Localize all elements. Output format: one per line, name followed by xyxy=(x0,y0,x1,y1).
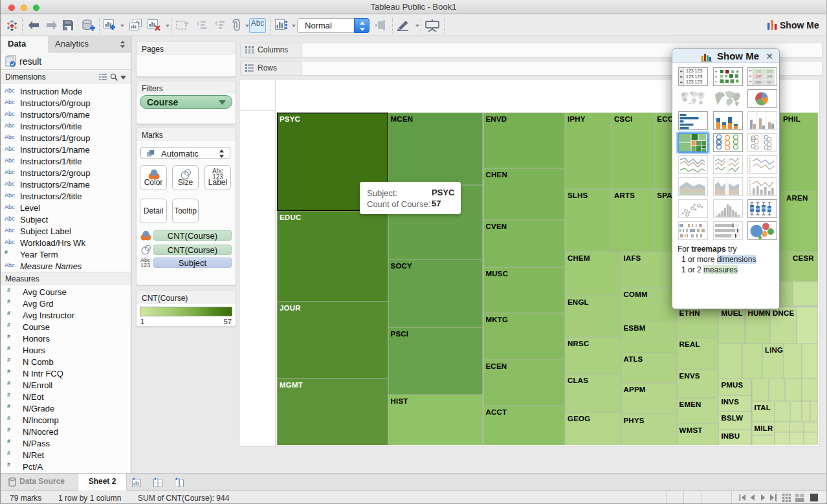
svg-text:821: 821 xyxy=(767,81,772,84)
svg-text:2982: 2982 xyxy=(755,81,762,84)
svg-text:123 123: 123 123 xyxy=(686,74,702,79)
svg-text:1347: 1347 xyxy=(755,75,762,78)
svg-text:1272: 1272 xyxy=(766,70,773,73)
svg-text:1146: 1146 xyxy=(766,75,773,78)
svg-text:123 123: 123 123 xyxy=(686,80,702,84)
svg-text:172: 172 xyxy=(756,70,761,73)
svg-text:123 123: 123 123 xyxy=(686,69,702,73)
